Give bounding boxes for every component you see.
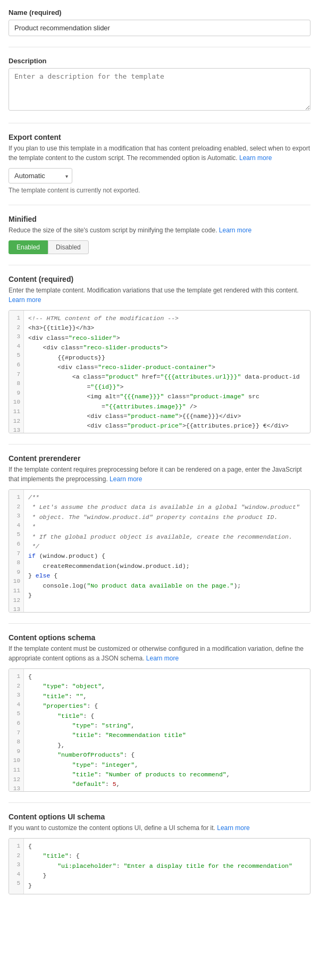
content-title: Content (required)	[9, 275, 310, 283]
prerenderer-line-numbers: 123 456 789 101112 131415 161718	[9, 490, 24, 612]
export-status-text: The template content is currently not ex…	[9, 187, 310, 194]
ui-schema-line-numbers: 123 45	[9, 839, 24, 894]
content-section: Content (required) Enter the template co…	[9, 275, 310, 433]
export-content-title: Export content	[9, 133, 310, 141]
schema-code: { "type": "object", "title": "", "proper…	[24, 669, 310, 791]
schema-editor-inner: 123 456 789 101112 131415 161718 { "type…	[9, 669, 310, 791]
divider-3	[9, 205, 310, 205]
description-input[interactable]	[9, 68, 310, 111]
prerenderer-editor[interactable]: 123 456 789 101112 131415 161718 /** * L…	[9, 489, 310, 613]
description-label: Description	[9, 57, 310, 65]
content-editor[interactable]: 123 456 789 101112 131415 16 <!-- HTML c…	[9, 310, 310, 433]
schema-learn-more-link[interactable]: Learn more	[146, 655, 179, 662]
minified-title: Minified	[9, 215, 310, 223]
schema-line-numbers: 123 456 789 101112 131415 161718	[9, 669, 24, 791]
export-dropdown-wrapper: Automatic Always Never ▾	[9, 168, 72, 183]
ui-schema-learn-more-link[interactable]: Learn more	[217, 824, 249, 832]
export-content-desc: If you plan to use this template in a mo…	[9, 144, 310, 163]
ui-schema-editor[interactable]: 123 45 { "title": { "ui:placeholder": "E…	[9, 838, 310, 894]
prerenderer-section: Content prerenderer If the template cont…	[9, 454, 310, 613]
name-label: Name (required)	[9, 9, 310, 16]
minified-disabled-button[interactable]: Disabled	[48, 240, 89, 254]
export-content-section: Export content If you plan to use this t…	[9, 133, 310, 194]
content-learn-more-link[interactable]: Learn more	[9, 296, 41, 304]
minified-toggle-group: Enabled Disabled	[9, 240, 310, 254]
minified-learn-more-link[interactable]: Learn more	[219, 227, 251, 234]
content-desc: Enter the template content. Modification…	[9, 286, 310, 305]
prerenderer-code: /** * Let's assume the product data is a…	[24, 490, 310, 612]
schema-section: Content options schema If the template c…	[9, 633, 310, 792]
divider-5	[9, 444, 310, 445]
divider-1	[9, 47, 310, 47]
description-section: Description	[9, 57, 310, 112]
content-editor-inner: 123 456 789 101112 131415 16 <!-- HTML c…	[9, 311, 310, 433]
ui-schema-code: { "title": { "ui:placeholder": "Enter a …	[24, 839, 310, 894]
prerenderer-title: Content prerenderer	[9, 454, 310, 463]
minified-section: Minified Reduce the size of the site's c…	[9, 215, 310, 254]
content-code: <!-- HTML content of the modification --…	[24, 311, 310, 433]
ui-schema-desc: If you want to customize the content opt…	[9, 823, 310, 833]
minified-desc: Reduce the size of the site's custom scr…	[9, 225, 310, 235]
divider-4	[9, 265, 310, 265]
name-input[interactable]	[9, 20, 310, 36]
name-section: Name (required)	[9, 9, 310, 36]
minified-enabled-button[interactable]: Enabled	[9, 240, 48, 254]
ui-schema-title: Content options UI schema	[9, 813, 310, 821]
schema-desc: If the template content must be customiz…	[9, 644, 310, 663]
content-line-numbers: 123 456 789 101112 131415 16	[9, 311, 24, 433]
divider-7	[9, 802, 310, 803]
schema-title: Content options schema	[9, 633, 310, 642]
export-learn-more-link[interactable]: Learn more	[239, 154, 272, 162]
divider-2	[9, 123, 310, 123]
export-dropdown[interactable]: Automatic Always Never	[9, 168, 72, 183]
ui-schema-editor-inner: 123 45 { "title": { "ui:placeholder": "E…	[9, 839, 310, 894]
schema-editor[interactable]: 123 456 789 101112 131415 161718 { "type…	[9, 668, 310, 792]
divider-6	[9, 623, 310, 624]
prerenderer-editor-inner: 123 456 789 101112 131415 161718 /** * L…	[9, 490, 310, 612]
prerenderer-desc: If the template content requires preproc…	[9, 465, 310, 484]
prerenderer-learn-more-link[interactable]: Learn more	[110, 475, 142, 483]
ui-schema-section: Content options UI schema If you want to…	[9, 813, 310, 894]
